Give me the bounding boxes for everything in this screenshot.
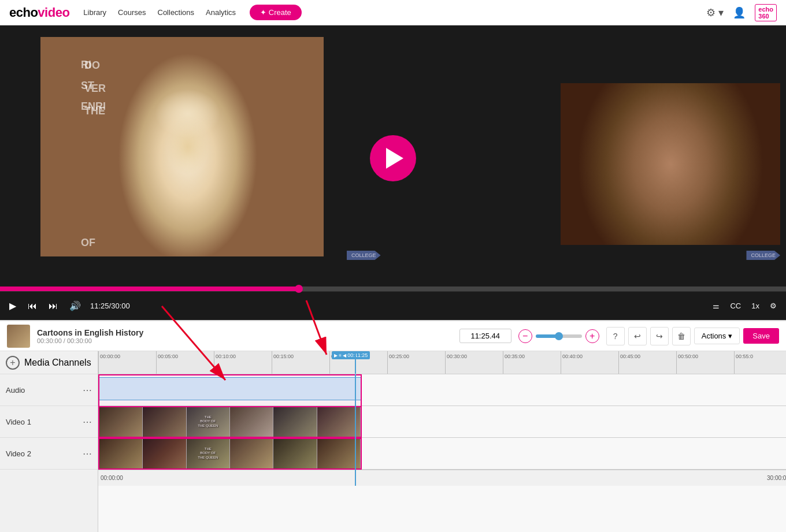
video-right-panel — [561, 83, 780, 245]
video-left-panel: RI ST ENRI OF DO VER THE — [40, 37, 324, 256]
progress-dot — [295, 285, 303, 293]
captions-button[interactable]: CC — [728, 299, 743, 312]
portrait-right-image — [561, 83, 780, 245]
time-display: 11:25/30:00 — [90, 302, 130, 310]
zoom-controls: − + — [518, 329, 599, 343]
add-channel-button[interactable]: + — [6, 356, 20, 370]
video2-cell-3: THEBODY OFTHE QUEEN — [187, 439, 230, 468]
time-end: 30:00:00 — [767, 475, 786, 481]
controls-right: ⚌ CC 1x ⚙ — [710, 299, 779, 312]
video1-cell-2 — [143, 407, 186, 437]
settings-icon[interactable]: ⚙ ▾ — [706, 6, 724, 19]
progress-bar[interactable] — [0, 287, 786, 291]
video2-cell-1 — [99, 439, 143, 468]
fast-forward-button[interactable]: ⏭ — [46, 299, 60, 314]
video1-text-overlay: THEBODY OFTHE QUEEN — [198, 415, 218, 429]
audio-options-button[interactable]: ⋯ — [83, 385, 92, 396]
nav-library[interactable]: Library — [83, 8, 106, 17]
player-settings-button[interactable]: ⚙ — [768, 299, 779, 312]
playhead-label: ▶ ≡ ◀ 00:11:25 — [332, 351, 370, 359]
video2-clip[interactable]: THEBODY OFTHE QUEEN — [98, 438, 362, 470]
ruler-mark-3: 00:15:00 — [272, 351, 329, 374]
timeline-ruler: 00:00:00 00:05:00 00:10:00 00:15:00 00:2… — [98, 351, 786, 374]
media-thumbnail — [7, 325, 30, 348]
college-badge-left: COLLEGE — [347, 251, 381, 260]
media-info: Cartoons in English History 00:30:00 / 0… — [37, 328, 453, 344]
ruler-mark-2: 00:10:00 — [214, 351, 272, 374]
video1-options-button[interactable]: ⋯ — [83, 416, 92, 427]
video2-options-button[interactable]: ⋯ — [83, 448, 92, 459]
video2-cell-6 — [317, 439, 361, 468]
play-pause-button[interactable]: ▶ — [7, 298, 18, 314]
player-area: RI ST ENRI OF DO VER THE COLLEGE COLLEGE — [0, 25, 786, 320]
audio-clip[interactable] — [98, 377, 362, 400]
media-title: Cartoons in English History — [37, 328, 453, 337]
rewind-button[interactable]: ⏮ — [25, 299, 39, 314]
video1-clip[interactable]: THEBODY OFTHE QUEEN — [98, 406, 362, 438]
help-button[interactable]: ? — [606, 327, 625, 345]
logo[interactable]: echovideo — [9, 5, 69, 20]
settings-lines-button[interactable]: ⚌ — [710, 299, 722, 312]
video1-cell-4 — [230, 407, 273, 437]
header: echovideo Library Courses Collections An… — [0, 0, 786, 25]
timeline-bottom: 00:00:00 30:00:00 — [98, 470, 786, 486]
speed-button[interactable]: 1x — [749, 299, 762, 312]
play-button[interactable] — [370, 135, 416, 181]
track-label-audio: Audio ⋯ — [0, 374, 98, 406]
video1-cell-3: THEBODY OFTHE QUEEN — [187, 407, 230, 437]
ruler-mark-10: 00:50:00 — [676, 351, 734, 374]
video-canvas: RI ST ENRI OF DO VER THE COLLEGE COLLEGE — [0, 25, 786, 291]
video1-cell-1 — [99, 407, 143, 437]
video2-cell-2 — [143, 439, 186, 468]
volume-button[interactable]: 🔊 — [67, 298, 83, 314]
ruler-mark-8: 00:40:00 — [561, 351, 618, 374]
progress-fill — [0, 287, 299, 291]
video1-track-row: THEBODY OFTHE QUEEN — [98, 406, 786, 438]
video2-track-row: THEBODY OFTHE QUEEN — [98, 438, 786, 470]
video1-cell-5 — [273, 407, 317, 437]
track-labels: + Media Channels Audio ⋯ Video 1 ⋯ Video… — [0, 351, 98, 532]
user-icon[interactable]: 👤 — [733, 6, 746, 19]
ruler-mark-0: 00:00:00 — [98, 351, 156, 374]
timeline-content[interactable]: 00:00:00 00:05:00 00:10:00 00:15:00 00:2… — [98, 351, 786, 532]
nav-courses[interactable]: Courses — [118, 8, 146, 17]
ruler-mark-9: 00:45:00 — [618, 351, 676, 374]
actions-button[interactable]: Actions ▾ — [694, 328, 740, 344]
audio-track-row — [98, 374, 786, 406]
editor-header: Cartoons in English History 00:30:00 / 0… — [0, 321, 786, 351]
save-button[interactable]: Save — [743, 328, 779, 344]
ruler-mark-5: 00:25:00 — [387, 351, 445, 374]
time-start: 00:00:00 — [101, 475, 123, 481]
player-controls: ▶ ⏮ ⏭ 🔊 11:25/30:00 ⚌ CC 1x ⚙ — [0, 291, 786, 320]
zoom-handle — [555, 332, 563, 340]
video-text-overlay: RI ST ENRI OF DO VER THE — [81, 49, 106, 253]
media-channels-label: Media Channels — [24, 358, 91, 368]
undo-button[interactable]: ↩ — [628, 327, 647, 345]
audio-label: Audio — [6, 386, 25, 395]
zoom-in-button[interactable]: + — [585, 329, 599, 343]
zoom-out-button[interactable]: − — [518, 329, 532, 343]
time-input[interactable] — [459, 329, 511, 343]
ruler-mark-7: 00:35:00 — [503, 351, 561, 374]
header-right: ⚙ ▾ 👤 echo360 — [706, 4, 777, 21]
nav-analytics[interactable]: Analytics — [206, 8, 236, 17]
editor-actions: ? ↩ ↪ 🗑 Actions ▾ Save — [606, 327, 779, 345]
video1-cell-6 — [317, 407, 361, 437]
zoom-slider[interactable] — [536, 334, 582, 338]
timeline-area: + Media Channels Audio ⋯ Video 1 ⋯ Video… — [0, 351, 786, 532]
tracks-area: THEBODY OFTHE QUEEN THEBODY OFTHE QUEEN — [98, 374, 786, 486]
ruler-marks: 00:00:00 00:05:00 00:10:00 00:15:00 00:2… — [98, 351, 786, 374]
ruler-mark-1: 00:05:00 — [156, 351, 214, 374]
track-label-video1: Video 1 ⋯ — [0, 406, 98, 438]
delete-button[interactable]: 🗑 — [672, 327, 691, 345]
video2-label: Video 2 — [6, 449, 31, 458]
echo360-badge: echo360 — [755, 4, 777, 21]
create-button[interactable]: ✦ Create — [250, 5, 302, 20]
ruler-mark-6: 00:30:00 — [445, 351, 503, 374]
ruler-mark-11: 00:55:0 — [734, 351, 786, 374]
redo-button[interactable]: ↪ — [650, 327, 669, 345]
playhead-line-ruler — [355, 351, 356, 374]
nav-collections[interactable]: Collections — [158, 8, 195, 17]
video2-text-overlay: THEBODY OFTHE QUEEN — [198, 447, 218, 460]
editor-panel: Cartoons in English History 00:30:00 / 0… — [0, 320, 786, 532]
